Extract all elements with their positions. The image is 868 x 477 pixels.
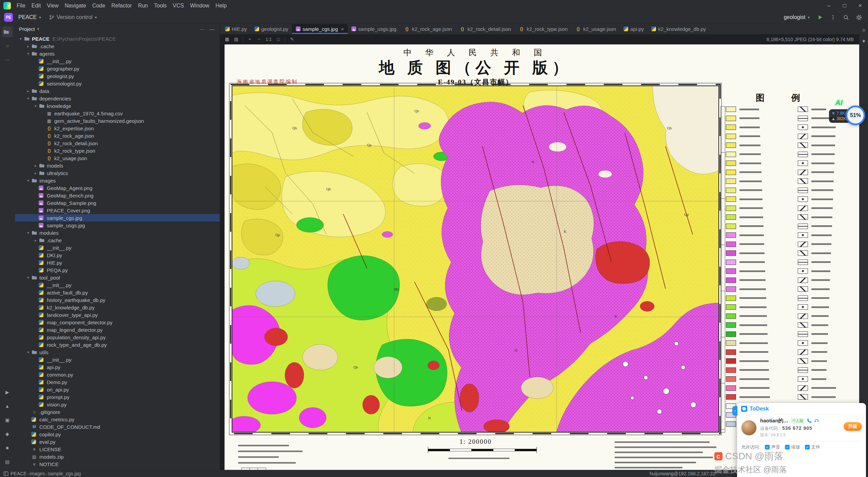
- tree-item-k2_usage.json[interactable]: {}k2_usage.json: [15, 154, 220, 162]
- menu-vcs[interactable]: VCS: [170, 0, 187, 11]
- tree-item-k2_knowledge_db.py[interactable]: k2_knowledge_db.py: [15, 304, 220, 311]
- problems-tool-icon[interactable]: ▲: [2, 401, 13, 412]
- permission-文件[interactable]: ✓文件: [805, 444, 820, 450]
- menu-navigate[interactable]: Navigate: [62, 0, 89, 11]
- project-tool-icon[interactable]: [2, 26, 13, 37]
- breadcrumb-item[interactable]: images: [30, 471, 45, 476]
- todesk-upgrade-button[interactable]: 升级: [844, 422, 862, 431]
- more-tools-icon[interactable]: ⋯: [2, 54, 13, 65]
- fit-window-icon[interactable]: □: [274, 35, 283, 43]
- tree-item-PEACE_Cover.png[interactable]: PEACE_Cover.png: [15, 207, 220, 214]
- run-button[interactable]: [815, 12, 825, 22]
- chevron-open-icon[interactable]: ▾: [25, 275, 31, 280]
- tree-item-sample_cgs.jpg[interactable]: sample_cgs.jpg: [15, 214, 220, 222]
- close-icon[interactable]: ×: [341, 26, 344, 32]
- tree-item-k2_rock_detail.json[interactable]: {}k2_rock_detail.json: [15, 139, 220, 147]
- tree-item-prompt.py[interactable]: prompt.py: [15, 393, 220, 401]
- tab-sample_usgs.jpg[interactable]: sample_usgs.jpg: [348, 24, 400, 34]
- chevron-closed-icon[interactable]: ▸: [33, 171, 39, 175]
- settings-button[interactable]: [854, 12, 864, 22]
- chevron-closed-icon[interactable]: ▸: [33, 164, 39, 168]
- tree-item-sample_usgs.jpg[interactable]: sample_usgs.jpg: [15, 222, 220, 229]
- menu-code[interactable]: Code: [89, 0, 108, 11]
- checkbox-icon[interactable]: ✓: [765, 445, 770, 450]
- tree-item-GeoMap_Bench.png[interactable]: GeoMap_Bench.png: [15, 192, 220, 199]
- menu-view[interactable]: View: [44, 0, 61, 11]
- tree-item-knowledge[interactable]: ▾knowledge: [15, 102, 220, 110]
- checkbox-icon[interactable]: ✓: [805, 445, 810, 450]
- chevron-open-icon[interactable]: ▾: [25, 178, 31, 183]
- tree-item-calc_metrics.py[interactable]: calc_metrics.py: [15, 416, 220, 423]
- tree-item-eval.py[interactable]: eval.py: [15, 438, 220, 445]
- chevron-closed-icon[interactable]: ▸: [25, 89, 31, 93]
- tree-item-dependencies[interactable]: ▾dependencies: [15, 95, 220, 102]
- tree-item-k2_expertise.json[interactable]: {}k2_expertise.json: [15, 125, 220, 132]
- menu-run[interactable]: Run: [135, 0, 151, 11]
- chevron-open-icon[interactable]: ▾: [25, 52, 31, 56]
- tree-item-seismologist.py[interactable]: seismologist.py: [15, 80, 220, 87]
- tree-item-vision.py[interactable]: vision.py: [15, 401, 220, 408]
- menu-help[interactable]: Help: [212, 0, 230, 11]
- tree-item-PEACE[interactable]: ▾PEACEE:\PycharmProjects\PEACE: [15, 35, 220, 42]
- tree-item-.gitignore[interactable]: ◇.gitignore: [15, 408, 220, 416]
- version-control-widget[interactable]: Version control ▾: [46, 13, 99, 22]
- packages-tool-icon[interactable]: ▤: [2, 456, 13, 467]
- tree-item-.cache[interactable]: ▸.cache: [15, 236, 220, 244]
- tree-item-CODE_OF_CONDUCT.md[interactable]: MCODE_OF_CONDUCT.md: [15, 423, 220, 431]
- breadcrumb-item[interactable]: sample_cgs.jpg: [48, 471, 81, 476]
- tree-item-api.py[interactable]: api.py: [15, 363, 220, 371]
- tool-windows-icon[interactable]: [3, 471, 8, 476]
- tree-item-GeoMap_Agent.png[interactable]: GeoMap_Agent.png: [15, 184, 220, 192]
- permission-声音[interactable]: ✓声音: [765, 444, 780, 450]
- tree-item-ultralytics[interactable]: ▸ultralytics: [15, 169, 220, 177]
- tree-item-__init__.py[interactable]: __init__.py: [15, 57, 220, 65]
- tree-item-DKI.py[interactable]: DKI.py: [15, 251, 220, 259]
- tree-item-gem_active_faults_harmonized.geojson[interactable]: ▦gem_active_faults_harmonized.geojson: [15, 117, 220, 125]
- checkerboard-icon[interactable]: ▦: [223, 35, 231, 43]
- tree-item-population_density_api.py[interactable]: population_density_api.py: [15, 333, 220, 341]
- tree-item-ori_api.py[interactable]: ori_api.py: [15, 386, 220, 393]
- chevron-open-icon[interactable]: ▾: [25, 96, 31, 101]
- tab-geologist.py[interactable]: geologist.py: [251, 24, 292, 34]
- tree-item-geologist.py[interactable]: geologist.py: [15, 72, 220, 80]
- tree-item-images[interactable]: ▾images: [15, 177, 220, 184]
- permission-缩放[interactable]: ✓缩放: [785, 444, 800, 450]
- menu-window[interactable]: Window: [187, 0, 212, 11]
- grid-icon[interactable]: ▤: [232, 35, 240, 43]
- tree-item-modules[interactable]: ▾modules: [15, 229, 220, 236]
- tree-item-.cache[interactable]: ▸.cache: [15, 42, 220, 50]
- tree-item-common.py[interactable]: common.py: [15, 371, 220, 378]
- zoom-in-icon[interactable]: +: [246, 35, 254, 43]
- tree-item-tool_pool[interactable]: ▾tool_pool: [15, 274, 220, 281]
- ai-assistant-icon[interactable]: ◆: [861, 37, 867, 44]
- notifications-icon[interactable]: ◎: [861, 26, 867, 33]
- tree-item-__init__.py[interactable]: __init__.py: [15, 281, 220, 289]
- zoom-out-icon[interactable]: −: [255, 35, 263, 43]
- tree-item-map_legend_detector.py[interactable]: map_legend_detector.py: [15, 326, 220, 333]
- remote-host[interactable]: huijunwang@192.168.2.187:22: [650, 471, 715, 476]
- performance-gauge[interactable]: 51%: [846, 106, 865, 125]
- chevron-closed-icon[interactable]: ▸: [25, 44, 31, 49]
- tree-item-PEQA.py[interactable]: PEQA.py: [15, 266, 220, 274]
- tree-item-HIE.py[interactable]: HIE.py: [15, 259, 220, 266]
- tab-k2_knowledge_db.py[interactable]: k2_knowledge_db.py: [648, 24, 710, 34]
- chevron-open-icon[interactable]: ▾: [25, 231, 31, 235]
- hide-panel-icon[interactable]: —: [208, 26, 216, 32]
- todesk-collapse-handle[interactable]: ‹: [732, 406, 737, 416]
- tab-HIE.py[interactable]: HIE.py: [221, 24, 251, 34]
- services-tool-icon[interactable]: ■: [2, 442, 13, 453]
- tree-item-__init__.py[interactable]: __init__.py: [15, 244, 220, 251]
- chevron-open-icon[interactable]: ▾: [25, 350, 31, 355]
- tree-item-k2_rock_age.json[interactable]: {}k2_rock_age.json: [15, 132, 220, 139]
- actual-size-icon[interactable]: 1:1: [264, 35, 273, 43]
- tree-item-models.zip[interactable]: ▨models.zip: [15, 453, 220, 460]
- menu-file[interactable]: File: [14, 0, 28, 11]
- headset-icon[interactable]: [814, 418, 819, 423]
- tree-item-earthquake_1970_4.5mag.csv[interactable]: ▦earthquake_1970_4.5mag.csv: [15, 110, 220, 117]
- tree-item-models[interactable]: ▸models: [15, 162, 220, 169]
- commit-tool-icon[interactable]: ○: [2, 40, 13, 51]
- tab-sample_cgs.jpg[interactable]: sample_cgs.jpg×: [292, 24, 348, 34]
- project-avatar[interactable]: PE: [4, 13, 13, 22]
- project-widget[interactable]: PEACE ▾: [16, 13, 44, 22]
- run-tool-icon[interactable]: ▶: [2, 387, 13, 398]
